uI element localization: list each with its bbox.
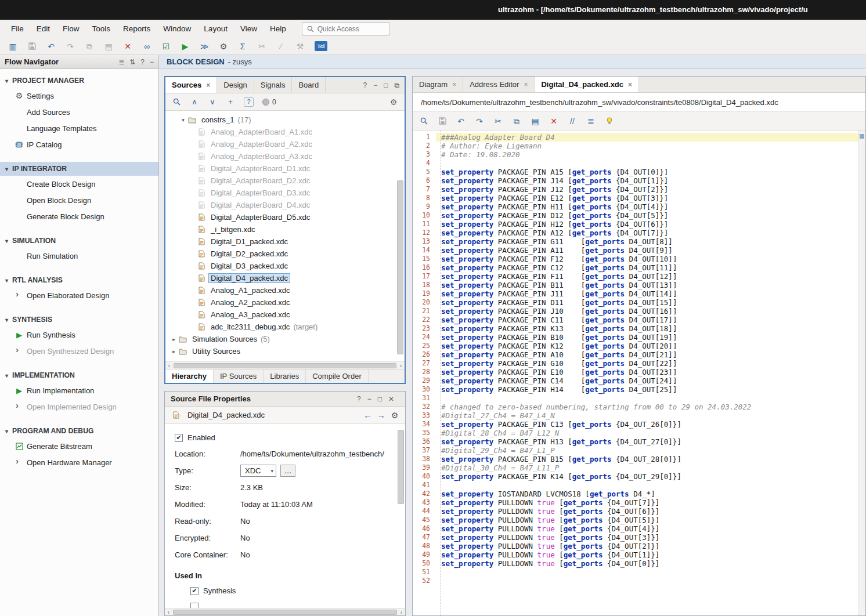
menu-file[interactable]: File <box>5 20 30 38</box>
flow-item-open-block-design[interactable]: Open Block Design <box>0 192 158 208</box>
view-tab-compile-order[interactable]: Compile Order <box>306 369 369 383</box>
search-icon[interactable] <box>419 117 428 126</box>
editor-tab-address-editor[interactable]: Address Editor× <box>463 77 535 92</box>
editor-tab-digital-d4-packed-xdc[interactable]: Digital_D4_packed.xdc× <box>535 77 639 92</box>
reports-icon[interactable]: ≫ <box>200 42 209 51</box>
tree-file-analog-adapterboard-a3-xdc[interactable]: Analog_AdapterBoard_A3.xdc <box>165 150 405 162</box>
run-icon[interactable]: ▶ <box>181 42 190 51</box>
code-line-49[interactable]: 49set_property PULLDOWN true [get_ports … <box>413 550 865 559</box>
tree-file-digital-adapterboard-d2-xdc[interactable]: Digital_AdapterBoard_D2.xdc <box>165 175 405 187</box>
copy-icon[interactable]: ⧉ <box>512 117 521 126</box>
code-line-3[interactable]: 3# Date: 19.08.2020 <box>413 150 865 159</box>
menu-layout[interactable]: Layout <box>197 20 234 38</box>
flow-section-program-and-debug[interactable]: ▾PROGRAM AND DEBUG <box>0 424 158 438</box>
code-line-37[interactable]: 37#Digital_29_Ch4 = B47_L1_P <box>413 446 865 455</box>
help-icon[interactable]: ? <box>244 97 254 107</box>
flow-item-open-elaborated-design[interactable]: ›Open Elaborated Design <box>0 287 158 303</box>
minimize-icon[interactable]: − <box>150 58 154 66</box>
flow-section-ip-integrator[interactable]: ▾IP INTEGRATOR <box>0 162 158 176</box>
code-line-27[interactable]: 27set_property PACKAGE_PIN G10 [get_port… <box>413 359 865 368</box>
type-dropdown[interactable]: XDC▾ <box>240 465 276 477</box>
code-line-14[interactable]: 14set_property PACKAGE_PIN A11 [get_port… <box>413 246 865 255</box>
redo-icon[interactable]: ↷ <box>475 117 484 126</box>
checkbox[interactable]: ✔ <box>190 587 199 595</box>
open-project-icon[interactable]: ▥ <box>8 42 17 51</box>
code-line-42[interactable]: 42set_property IOSTANDARD LVCMOS18 [get_… <box>413 490 865 498</box>
flow-item-run-simulation[interactable]: Run Simulation <box>0 248 158 264</box>
code-line-1[interactable]: 1###Analog Adapter Board D4 <box>413 133 865 142</box>
code-line-29[interactable]: 29set_property PACKAGE_PIN C14 [get_port… <box>413 376 865 385</box>
tree-file-digital-adapterboard-d1-xdc[interactable]: Digital_AdapterBoard_D1.xdc <box>165 162 405 175</box>
close-icon[interactable]: × <box>628 81 632 89</box>
debug-tools-icon[interactable]: ⚒ <box>295 42 305 51</box>
tree-folder-constrs-1[interactable]: ▾constrs_1 (17) <box>165 114 405 126</box>
code-line-34[interactable]: 34set_property PACKAGE_PIN C13 [get_port… <box>413 420 865 429</box>
scrollbar-thumb[interactable] <box>173 610 397 615</box>
code-editor[interactable]: 1###Analog Adapter Board D42# Author: Ey… <box>413 131 865 615</box>
chevron-right-icon[interactable]: ▸ <box>170 336 178 342</box>
close-icon[interactable]: ✕ <box>388 395 394 403</box>
code-line-15[interactable]: 15set_property PACKAGE_PIN F12 [get_port… <box>413 255 865 263</box>
flow-item-run-implementation[interactable]: ▶Run Implementation <box>0 382 158 398</box>
tree-file-adc-ltc2311-debug-xdc[interactable]: adc_ltc2311_debug.xdc (target) <box>165 321 405 333</box>
code-line-13[interactable]: 13set_property PACKAGE_PIN G11 [get_port… <box>413 237 865 246</box>
tree-file-analog-adapterboard-a1-xdc[interactable]: Analog_AdapterBoard_A1.xdc <box>165 126 405 138</box>
flow-section-rtl-analysis[interactable]: ▾RTL ANALYSIS <box>0 273 158 287</box>
code-line-44[interactable]: 44set_property PULLDOWN true [get_ports … <box>413 507 865 516</box>
code-line-46[interactable]: 46set_property PULLDOWN true [get_ports … <box>413 524 865 533</box>
close-icon[interactable]: × <box>524 81 528 89</box>
view-tab-libraries[interactable]: Libraries <box>264 369 306 383</box>
menu-flow[interactable]: Flow <box>56 20 86 38</box>
cut-icon[interactable]: ✂ <box>493 117 503 126</box>
back-icon[interactable]: ← <box>363 410 372 420</box>
tab-design[interactable]: Design <box>217 77 254 93</box>
link-icon[interactable]: ∞ <box>142 42 151 51</box>
add-sources-icon[interactable]: + <box>226 97 235 107</box>
code-line-36[interactable]: 36set_property PACKAGE_PIN H13 [get_port… <box>413 437 865 446</box>
code-line-31[interactable]: 31 <box>413 394 865 403</box>
slash-icon[interactable]: ∕ <box>276 42 286 51</box>
view-tab-hierarchy[interactable]: Hierarchy <box>165 369 214 383</box>
forward-icon[interactable]: → <box>377 410 385 420</box>
flow-section-synthesis[interactable]: ▾SYNTHESIS <box>0 313 158 327</box>
code-line-51[interactable]: 51 <box>413 568 865 577</box>
code-line-24[interactable]: 24set_property PACKAGE_PIN B10 [get_port… <box>413 333 865 342</box>
code-line-21[interactable]: 21set_property PACKAGE_PIN J10 [get_port… <box>413 307 865 316</box>
view-tab-ip-sources[interactable]: IP Sources <box>214 369 264 383</box>
enabled-checkbox[interactable]: ✔ <box>175 434 183 442</box>
tab-sources[interactable]: Sources× <box>165 77 217 93</box>
help-icon[interactable]: ? <box>357 395 361 403</box>
tab-board[interactable]: Board <box>292 77 326 93</box>
chevron-right-icon[interactable]: › <box>16 345 19 354</box>
code-line-40[interactable]: 40set_property PACKAGE_PIN K14 [get_port… <box>413 472 865 481</box>
minimize-icon[interactable]: − <box>373 81 377 89</box>
expand-sections-icon[interactable]: ⇅ <box>129 58 135 66</box>
code-line-32[interactable]: 32# changed to zero-based numbering, sta… <box>413 403 865 411</box>
tree-file-analog-a1-packed-xdc[interactable]: Analog_A1_packed.xdc <box>165 284 405 296</box>
tree-file-analog-adapterboard-a2-xdc[interactable]: Analog_AdapterBoard_A2.xdc <box>165 138 405 150</box>
undo-icon[interactable]: ↶ <box>46 42 56 51</box>
chevron-down-icon[interactable]: ▾ <box>179 117 187 123</box>
tree-file-analog-a3-packed-xdc[interactable]: Analog_A3_packed.xdc <box>165 309 405 321</box>
code-line-12[interactable]: 12set_property PACKAGE_PIN A12 [get_port… <box>413 229 865 237</box>
code-line-20[interactable]: 20set_property PACKAGE_PIN D11 [get_port… <box>413 298 865 307</box>
flow-item-ip-catalog[interactable]: IP Catalog <box>0 136 158 153</box>
scroll-left-icon[interactable]: ‹ <box>165 363 173 369</box>
settings-icon[interactable]: ⚙ <box>390 411 399 420</box>
tree-file-digital-d2-packed-xdc[interactable]: Digital_D2_packed.xdc <box>165 248 405 260</box>
code-line-39[interactable]: 39#Digital_30_Ch4 = B47_L11_P <box>413 463 865 472</box>
save-project-icon[interactable] <box>27 42 37 51</box>
redo-icon[interactable]: ↷ <box>66 42 75 51</box>
highlight-icon[interactable] <box>605 117 614 126</box>
code-line-2[interactable]: 2# Author: Eyke Ligemann <box>413 142 865 150</box>
tree-file-digital-d4-packed-xdc[interactable]: Digital_D4_packed.xdc <box>165 272 405 284</box>
maximize-icon[interactable]: □ <box>384 81 388 89</box>
code-line-5[interactable]: 5set_property PACKAGE_PIN A15 [get_ports… <box>413 168 865 176</box>
code-line-10[interactable]: 10set_property PACKAGE_PIN D12 [get_port… <box>413 211 865 220</box>
menu-help[interactable]: Help <box>264 20 293 38</box>
flow-section-implementation[interactable]: ▾IMPLEMENTATION <box>0 368 158 382</box>
menu-edit[interactable]: Edit <box>30 20 56 38</box>
code-line-11[interactable]: 11set_property PACKAGE_PIN H12 [get_port… <box>413 220 865 229</box>
code-line-41[interactable]: 41 <box>413 481 865 490</box>
code-line-30[interactable]: 30set_property PACKAGE_PIN H14 [get_port… <box>413 385 865 394</box>
